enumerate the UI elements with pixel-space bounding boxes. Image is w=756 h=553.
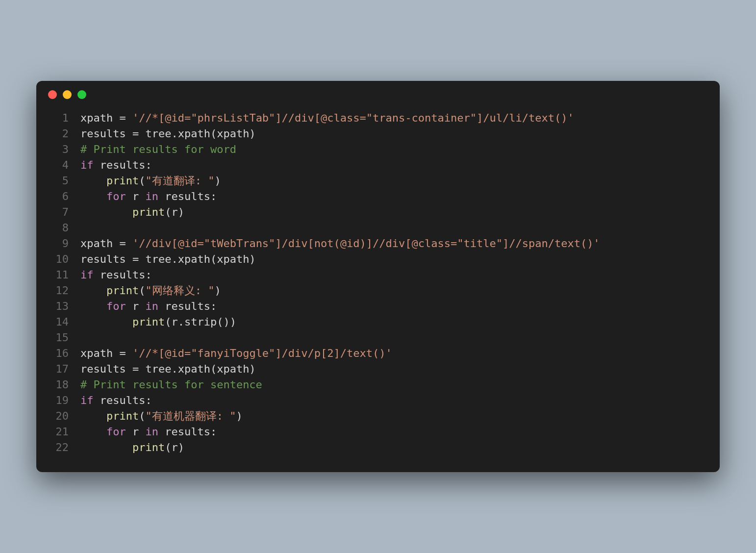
code-token: xpath = — [80, 347, 132, 359]
code-line: 5 print("有道翻译: ") — [48, 173, 708, 189]
code-content: # Print results for word — [80, 142, 236, 157]
code-token: (r) — [165, 206, 184, 218]
close-icon[interactable] — [48, 90, 57, 99]
code-content: if results: — [80, 157, 152, 173]
code-content: for r in results: — [80, 424, 217, 440]
code-token: print — [106, 410, 139, 422]
code-line: 4if results: — [48, 157, 708, 173]
code-line: 13 for r in results: — [48, 299, 708, 314]
code-token: '//*[@id="fanyiToggle"]/div/p[2]/text()' — [132, 347, 392, 359]
code-content: results = tree.xpath(xpath) — [80, 126, 256, 142]
code-token: results = tree.xpath(xpath) — [80, 363, 256, 375]
code-token: xpath = — [80, 237, 132, 250]
line-number: 20 — [48, 408, 69, 424]
line-number: 1 — [48, 110, 69, 126]
code-line: 20 print("有道机器翻译: ") — [48, 408, 708, 424]
code-line: 22 print(r) — [48, 440, 708, 455]
code-content: xpath = '//*[@id="phrsListTab"]//div[@cl… — [80, 110, 574, 126]
code-content: print(r) — [80, 440, 184, 455]
code-line: 14 print(r.strip()) — [48, 314, 708, 330]
code-line: 9xpath = '//div[@id="tWebTrans"]/div[not… — [48, 236, 708, 251]
line-number: 12 — [48, 283, 69, 299]
code-token: print — [106, 175, 139, 187]
code-token: (r.strip()) — [165, 316, 236, 328]
code-token: for — [106, 300, 126, 312]
code-line: 11if results: — [48, 267, 708, 283]
code-token: r — [126, 426, 146, 438]
code-token: r — [126, 300, 146, 312]
line-number: 22 — [48, 440, 69, 455]
code-token: # Print results for sentence — [80, 378, 262, 391]
code-content: if results: — [80, 267, 152, 283]
code-token — [80, 300, 106, 312]
code-line: 6 for r in results: — [48, 189, 708, 204]
line-number: 14 — [48, 314, 69, 330]
line-number: 5 — [48, 173, 69, 189]
code-token: "有道翻译: " — [145, 175, 214, 187]
code-token: print — [106, 284, 139, 297]
code-token: results: — [158, 300, 217, 312]
code-token — [80, 426, 106, 438]
code-token: xpath = — [80, 112, 132, 124]
line-number: 6 — [48, 189, 69, 204]
code-content: if results: — [80, 393, 152, 408]
code-line: 3# Print results for word — [48, 142, 708, 157]
code-content: print("有道机器翻译: ") — [80, 408, 243, 424]
code-content: for r in results: — [80, 299, 217, 314]
line-number: 3 — [48, 142, 69, 157]
code-token: in — [145, 426, 158, 438]
code-line: 1xpath = '//*[@id="phrsListTab"]//div[@c… — [48, 110, 708, 126]
code-token: ( — [139, 410, 145, 422]
code-token: ) — [236, 410, 242, 422]
line-number: 16 — [48, 346, 69, 361]
code-token: ) — [214, 175, 221, 187]
code-content: xpath = '//div[@id="tWebTrans"]/div[not(… — [80, 236, 600, 251]
line-number: 4 — [48, 157, 69, 173]
code-line: 19if results: — [48, 393, 708, 408]
code-content: for r in results: — [80, 189, 217, 204]
window-titlebar — [36, 81, 720, 108]
code-token: '//div[@id="tWebTrans"]/div[not(@id)]//d… — [132, 237, 600, 250]
line-number: 15 — [48, 330, 69, 346]
code-content: results = tree.xpath(xpath) — [80, 251, 256, 267]
code-line: 7 print(r) — [48, 204, 708, 220]
code-token: "网络释义: " — [145, 284, 214, 297]
code-token: print — [132, 206, 165, 218]
code-content: results = tree.xpath(xpath) — [80, 361, 256, 377]
code-line: 2results = tree.xpath(xpath) — [48, 126, 708, 142]
line-number: 7 — [48, 204, 69, 220]
line-number: 19 — [48, 393, 69, 408]
code-token: results: — [94, 394, 152, 406]
line-number: 10 — [48, 251, 69, 267]
line-number: 18 — [48, 377, 69, 393]
maximize-icon[interactable] — [77, 90, 86, 99]
code-token: r — [126, 190, 146, 202]
code-line: 17results = tree.xpath(xpath) — [48, 361, 708, 377]
code-token: ( — [139, 284, 145, 297]
code-token: if — [80, 394, 94, 406]
minimize-icon[interactable] — [63, 90, 72, 99]
code-content: print(r) — [80, 204, 184, 220]
code-window: 1xpath = '//*[@id="phrsListTab"]//div[@c… — [36, 81, 720, 472]
code-token: results = tree.xpath(xpath) — [80, 127, 256, 140]
code-editor: 1xpath = '//*[@id="phrsListTab"]//div[@c… — [36, 108, 720, 460]
code-content: # Print results for sentence — [80, 377, 262, 393]
code-content: print("网络释义: ") — [80, 283, 221, 299]
code-token — [80, 316, 132, 328]
code-token: # Print results for word — [80, 143, 236, 155]
code-token: "有道机器翻译: " — [145, 410, 236, 422]
code-token: if — [80, 269, 94, 281]
line-number: 8 — [48, 220, 69, 236]
code-token: results: — [158, 190, 217, 202]
line-number: 17 — [48, 361, 69, 377]
code-token: for — [106, 426, 126, 438]
code-content: xpath = '//*[@id="fanyiToggle"]/div/p[2]… — [80, 346, 392, 361]
code-line: 12 print("网络释义: ") — [48, 283, 708, 299]
code-token: results: — [158, 426, 217, 438]
code-line: 21 for r in results: — [48, 424, 708, 440]
code-token — [80, 284, 106, 297]
code-token: in — [145, 300, 158, 312]
line-number: 2 — [48, 126, 69, 142]
code-line: 15 — [48, 330, 708, 346]
code-token: ) — [214, 284, 221, 297]
